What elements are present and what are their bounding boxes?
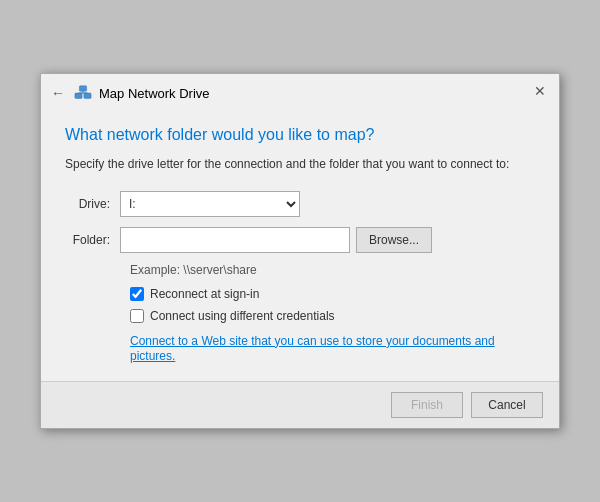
reconnect-label[interactable]: Reconnect at sign-in — [150, 287, 259, 301]
example-text: Example: \\server\share — [130, 263, 535, 277]
credentials-checkbox[interactable] — [130, 309, 144, 323]
close-button[interactable]: ✕ — [525, 76, 555, 106]
map-network-drive-dialog: ← Map Network Drive ✕ What network folde… — [40, 73, 560, 429]
browse-button[interactable]: Browse... — [356, 227, 432, 253]
reconnect-row: Reconnect at sign-in — [130, 287, 535, 301]
title-bar: ← Map Network Drive ✕ — [41, 74, 559, 110]
folder-input[interactable] — [120, 227, 350, 253]
svg-rect-0 — [75, 93, 82, 98]
back-button[interactable]: ← — [51, 85, 65, 101]
svg-rect-2 — [79, 86, 86, 91]
dialog-content: What network folder would you like to ma… — [41, 110, 559, 381]
drive-row: Drive: I: Z: Y: X: W: V: U: T: S: R: Q: … — [65, 191, 535, 217]
network-drive-icon — [73, 83, 93, 103]
credentials-label[interactable]: Connect using different credentials — [150, 309, 335, 323]
dialog-heading: What network folder would you like to ma… — [65, 126, 535, 144]
folder-label: Folder: — [65, 233, 120, 247]
dialog-description: Specify the drive letter for the connect… — [65, 156, 535, 173]
credentials-row: Connect using different credentials — [130, 309, 535, 323]
svg-rect-1 — [84, 93, 91, 98]
finish-button[interactable]: Finish — [391, 392, 463, 418]
folder-input-group: Browse... — [120, 227, 432, 253]
web-link[interactable]: Connect to a Web site that you can use t… — [130, 334, 495, 363]
folder-row: Folder: Browse... — [65, 227, 535, 253]
cancel-button[interactable]: Cancel — [471, 392, 543, 418]
dialog-footer: Finish Cancel — [41, 381, 559, 428]
drive-select[interactable]: I: Z: Y: X: W: V: U: T: S: R: Q: P: O: N… — [120, 191, 300, 217]
drive-label: Drive: — [65, 197, 120, 211]
reconnect-checkbox[interactable] — [130, 287, 144, 301]
title-text: Map Network Drive — [99, 86, 210, 101]
web-link-row: Connect to a Web site that you can use t… — [130, 333, 535, 363]
